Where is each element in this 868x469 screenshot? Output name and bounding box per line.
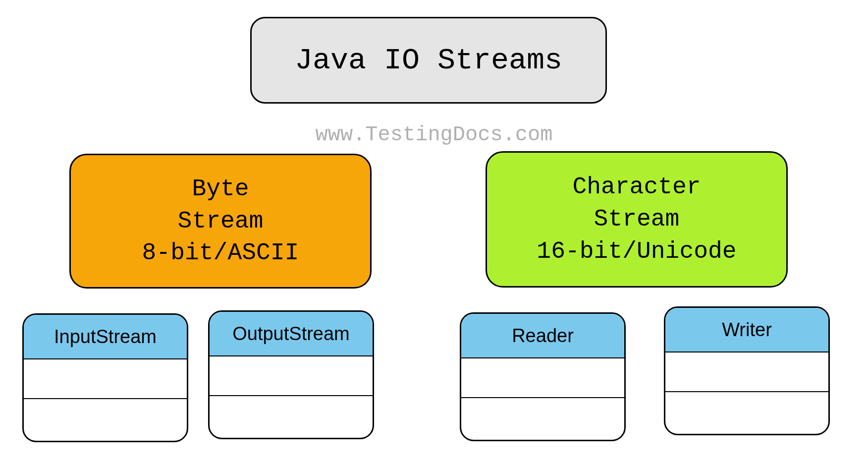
inputstream-attributes: [24, 359, 187, 399]
byte-stream-line2: Stream: [178, 205, 264, 237]
byte-stream-node: Byte Stream 8-bit/ASCII: [69, 154, 372, 289]
diagram-title-box: Java IO Streams: [250, 17, 607, 104]
writer-label: Writer: [665, 308, 828, 352]
outputstream-class-box: OutputStream: [208, 310, 374, 439]
watermark-text: www.TestingDocs.com: [0, 123, 868, 147]
reader-attributes: [461, 358, 624, 398]
writer-class-box: Writer: [664, 306, 830, 435]
byte-stream-line1: Byte: [192, 173, 249, 205]
outputstream-attributes: [210, 356, 373, 396]
outputstream-label: OutputStream: [210, 312, 373, 356]
inputstream-label: InputStream: [24, 315, 187, 359]
reader-class-box: Reader: [460, 312, 626, 441]
character-stream-node: Character Stream 16-bit/Unicode: [486, 151, 788, 288]
char-stream-line1: Character: [572, 171, 701, 203]
reader-label: Reader: [461, 314, 624, 358]
byte-stream-line3: 8-bit/ASCII: [142, 237, 299, 269]
inputstream-class-box: InputStream: [22, 313, 188, 442]
char-stream-line3: 16-bit/Unicode: [537, 235, 736, 268]
char-stream-line2: Stream: [594, 203, 680, 235]
diagram-title: Java IO Streams: [295, 44, 562, 77]
writer-attributes: [665, 352, 828, 392]
